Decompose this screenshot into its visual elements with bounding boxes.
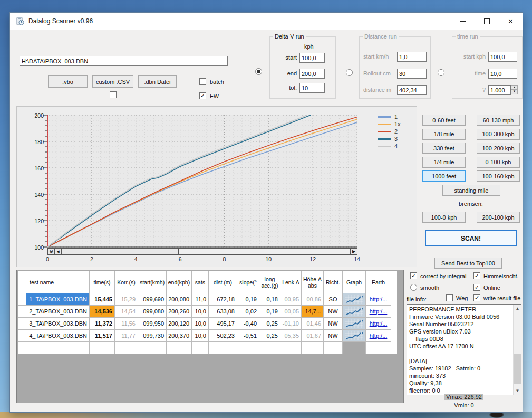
brake-200-100-button[interactable]: 200-100 kph <box>477 212 520 223</box>
close-button[interactable]: ✕ <box>499 13 523 30</box>
vbo-button[interactable]: .vbo <box>48 75 88 88</box>
custom-csv-button[interactable]: custom .CSV <box>92 75 133 88</box>
scroll-right-icon[interactable]: ▶ <box>350 249 357 254</box>
column-header-graph[interactable]: Graph <box>343 271 366 293</box>
distance-distance-input[interactable] <box>397 85 427 95</box>
measure-button-100-160-kph[interactable]: 100-160 kph <box>477 170 520 182</box>
column-header-dist[interactable]: dist.(m) <box>209 271 237 293</box>
cell-name[interactable]: 3_TA\PBOX_003.DBN <box>26 318 90 330</box>
distance-startkmh-input[interactable] <box>397 52 427 62</box>
measure-button-330-feet[interactable]: 330 feet <box>422 142 466 154</box>
scroll-up-icon[interactable]: ▲ <box>514 305 521 312</box>
y-tick-label-180: 180 <box>29 139 44 145</box>
earth-link[interactable]: http:/... <box>370 296 388 302</box>
cell-name[interactable]: 4_TA\PBOX_003.DBN <box>26 330 90 342</box>
spinner-up-icon[interactable]: ▲ <box>511 85 518 90</box>
deltav-end-input[interactable] <box>299 69 325 79</box>
deltav-start-input[interactable] <box>299 53 325 63</box>
column-header-long_acc[interactable]: long acc.(g) <box>259 271 280 293</box>
weg-checkbox[interactable] <box>446 294 453 301</box>
column-header-richt[interactable]: Richt. <box>324 271 343 293</box>
minimize-button[interactable] <box>451 13 475 30</box>
column-header-end[interactable]: end(kph) <box>167 271 192 293</box>
time-factor-spinner[interactable]: ▲ ▼ <box>511 85 518 95</box>
column-header-time[interactable]: time(s) <box>90 271 115 293</box>
brake-100-0-button[interactable]: 100-0 kph <box>422 212 466 223</box>
maximize-icon <box>484 18 490 24</box>
maximize-button[interactable] <box>475 13 499 30</box>
deltav-start-label: start <box>273 54 297 61</box>
measure-button-1-8-mile[interactable]: 1/8 mile <box>422 129 466 140</box>
titlebar[interactable]: Datalog Scanner v0.96 <box>10 13 523 30</box>
spinner-down-icon[interactable]: ▼ <box>511 90 518 94</box>
himmelsricht-checkbox[interactable] <box>473 272 480 279</box>
distance-run-radio[interactable] <box>346 69 353 76</box>
measure-button-0-60-feet[interactable]: 0-60 feet <box>422 115 466 126</box>
correct-by-integral-checkbox[interactable] <box>410 272 417 279</box>
write-result-checkbox[interactable] <box>473 294 480 301</box>
dbn-datei-button[interactable]: .dbn Datei <box>138 75 177 88</box>
graph-cell[interactable] <box>343 330 366 342</box>
time-time-input[interactable] <box>488 69 517 79</box>
column-header-slope[interactable]: slope(° <box>237 271 259 293</box>
scroll-left-icon[interactable]: ◀ <box>55 249 62 254</box>
column-header-rowheader[interactable] <box>18 271 26 293</box>
file-info-box[interactable]: PERFORMANCE METER Firmware Version 03.00… <box>407 304 521 395</box>
standing-mile-button[interactable]: standing mile <box>442 185 500 196</box>
earth-link[interactable]: http:/... <box>370 308 388 315</box>
cell-sats: 11,0 <box>192 293 209 306</box>
measure-button-0-100-kph[interactable]: 0-100 kph <box>477 157 520 168</box>
row-header-cell[interactable] <box>18 330 26 342</box>
online-checkbox[interactable] <box>473 284 480 291</box>
row-header-cell[interactable] <box>18 342 26 354</box>
cell-name[interactable]: 1_TA\PBOX_003.DBN <box>26 293 90 306</box>
send-best-button[interactable]: Send Best to Top100 <box>434 258 502 269</box>
chart-scrollbar-track[interactable] <box>179 249 350 254</box>
smooth-radio[interactable] <box>410 284 417 291</box>
cell-korr: 15,29 <box>115 293 138 306</box>
graph-cell[interactable] <box>343 293 366 306</box>
measure-button-60-130-mph[interactable]: 60-130 mph <box>477 115 520 126</box>
cell-name[interactable]: 2_TA\PBOX_003.DBN <box>26 306 90 318</box>
csv-option-checkbox[interactable] <box>110 91 117 98</box>
deltav-run-radio[interactable] <box>255 68 262 75</box>
time-run-radio[interactable] <box>438 69 444 76</box>
row-header-cell[interactable] <box>18 293 26 306</box>
column-header-name[interactable]: test name <box>26 271 90 293</box>
earth-link[interactable]: http:/... <box>370 320 388 327</box>
chart-scrollbar[interactable]: ⊖ ◀ ▶ <box>47 248 357 255</box>
row-header-cell[interactable] <box>18 306 26 318</box>
cell-start: 099,730 <box>138 330 167 342</box>
row-header-cell[interactable] <box>18 318 26 330</box>
time-factor-input[interactable] <box>488 85 511 95</box>
legend-item-1: 1 <box>378 113 401 120</box>
file-path-input[interactable] <box>20 56 228 66</box>
column-header-lenk[interactable]: Lenk Δ <box>280 271 302 293</box>
column-header-sats[interactable]: sats <box>192 271 209 293</box>
cell-dist: 633,08 <box>209 306 237 318</box>
measure-button-1000-feet[interactable]: 1000 feet <box>422 170 466 182</box>
deltav-tol-input[interactable] <box>299 83 325 93</box>
graph-cell[interactable] <box>343 318 366 330</box>
cell-start: 099,950 <box>138 318 167 330</box>
measure-button-1-4-mile[interactable]: 1/4 mile <box>422 157 466 168</box>
fw-checkbox[interactable] <box>199 92 206 99</box>
zoom-out-icon[interactable]: ⊖ <box>48 249 55 254</box>
file-info-scrollbar[interactable]: ▲ ▼ <box>513 305 521 395</box>
time-startkph-input[interactable] <box>488 52 517 62</box>
measure-button-100-200-kph[interactable]: 100-200 kph <box>477 142 520 154</box>
chart-scrollbar-thumb[interactable] <box>62 249 179 254</box>
graph-cell[interactable] <box>343 306 366 318</box>
earth-link[interactable]: http:/... <box>370 332 388 339</box>
scan-button[interactable]: SCAN! <box>425 230 517 246</box>
file-info-scroll-thumb[interactable] <box>514 354 521 384</box>
cell-slope: -0,40 <box>237 318 259 330</box>
column-header-korr[interactable]: Korr.(s) <box>115 271 138 293</box>
batch-checkbox[interactable] <box>199 78 206 85</box>
column-header-earth[interactable]: Earth <box>366 271 391 293</box>
measure-button-100-300-kph[interactable]: 100-300 kph <box>477 129 520 140</box>
column-header-start[interactable]: start(kmh) <box>138 271 167 293</box>
column-header-hoehe[interactable]: Höhe Δ abs <box>302 271 324 293</box>
cell-start: 099,690 <box>138 293 167 306</box>
distance-rollout-input[interactable] <box>397 69 427 79</box>
